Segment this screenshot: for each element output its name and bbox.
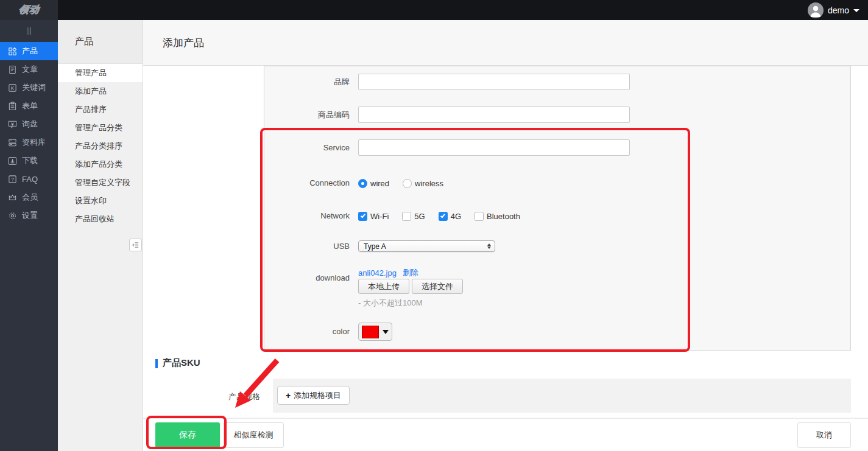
service-input[interactable] — [358, 139, 630, 156]
svg-text:?: ? — [11, 176, 14, 182]
sidebar-collapse-handle[interactable] — [0, 20, 58, 42]
secondary-sidebar: 产品 管理产品 添加产品 产品排序 管理产品分类 产品分类排序 添加产品分类 管… — [58, 20, 143, 451]
user-menu[interactable]: demo — [808, 0, 859, 20]
usb-select[interactable]: Type A — [358, 240, 495, 252]
inquiry-bubble-icon — [8, 120, 17, 129]
spec-label: 产品规格 — [183, 391, 260, 402]
download-label: download — [264, 273, 350, 283]
usb-select-value: Type A — [364, 242, 386, 251]
usb-row: USB Type A — [264, 240, 850, 253]
sidebar-item-settings[interactable]: 设置 — [0, 206, 58, 225]
member-crown-icon — [8, 193, 17, 202]
submenu-item-manage-categories[interactable]: 管理产品分类 — [58, 119, 143, 137]
settings-gear-icon — [8, 211, 17, 220]
usb-label: USB — [264, 240, 350, 252]
network-label: Network — [264, 208, 350, 225]
checkbox-unchecked-icon — [475, 212, 484, 221]
radio-wireless[interactable]: wireless — [403, 179, 443, 188]
submenu-item-manage-products[interactable]: 管理产品 — [58, 64, 143, 82]
add-spec-item-label: 添加规格项目 — [294, 390, 341, 401]
form-clipboard-icon — [8, 102, 17, 111]
sidebar-item-members[interactable]: 会员 — [0, 188, 58, 206]
logo-text: 领动 — [18, 4, 41, 16]
secondary-sidebar-title: 产品 — [58, 20, 143, 64]
radio-selected-icon — [358, 179, 367, 188]
network-row: Network Wi-Fi 5G 4G — [264, 208, 850, 225]
product-code-input[interactable] — [358, 107, 630, 123]
sidebar: 产品 文章 K 关键词 表单 询盘 — [0, 20, 58, 451]
checkbox-bluetooth[interactable]: Bluetooth — [475, 212, 520, 221]
sidebar-item-downloads[interactable]: 下载 — [0, 152, 58, 170]
submenu-collapse-button[interactable] — [129, 239, 142, 251]
app-root: 领动 demo 产品 文章 K 关键词 — [0, 0, 868, 451]
service-row: Service — [264, 139, 850, 156]
submenu-item-add-category[interactable]: 添加产品分类 — [58, 155, 143, 173]
user-name: demo — [828, 5, 849, 15]
faq-question-icon: ? — [8, 175, 17, 184]
service-label: Service — [264, 139, 350, 156]
section-accent-bar — [155, 359, 158, 368]
article-doc-icon — [8, 65, 17, 74]
radio-wired[interactable]: wired — [358, 179, 389, 188]
select-arrows-icon — [487, 243, 491, 249]
brand-input[interactable] — [358, 74, 630, 90]
download-row: download anli042.jpg 删除 本地上传 选择文件 - 大小不超… — [264, 267, 850, 313]
sidebar-item-keywords[interactable]: K 关键词 — [0, 79, 58, 97]
local-upload-button[interactable]: 本地上传 — [358, 279, 409, 294]
sku-section-title: 产品SKU — [163, 357, 200, 369]
cancel-button[interactable]: 取消 — [797, 422, 851, 448]
checkbox-5g[interactable]: 5G — [402, 212, 425, 221]
delete-file-link[interactable]: 删除 — [403, 267, 418, 278]
sidebar-item-inquiries[interactable]: 询盘 — [0, 115, 58, 133]
product-form-panel: 品牌 商品编码 Service Connection wired — [264, 66, 851, 351]
product-code-row: 商品编码 — [264, 107, 850, 124]
topbar: 领动 demo — [0, 0, 868, 20]
dropdown-caret-icon — [383, 330, 389, 334]
network-checkbox-group: Wi-Fi 5G 4G Bluetooth — [358, 212, 534, 221]
submenu-item-add-product[interactable]: 添加产品 — [58, 82, 143, 100]
file-size-hint: - 大小不超过100M — [358, 298, 422, 309]
checkbox-checked-icon — [358, 212, 367, 221]
brand-row: 品牌 — [264, 74, 850, 91]
submenu-item-product-sort[interactable]: 产品排序 — [58, 100, 143, 119]
avatar-icon — [808, 2, 824, 18]
color-label: color — [264, 323, 350, 341]
add-spec-item-button[interactable]: + 添加规格项目 — [277, 386, 350, 405]
uploaded-file-link[interactable]: anli042.jpg — [358, 268, 397, 278]
logo[interactable]: 领动 — [0, 0, 58, 20]
sidebar-item-forms[interactable]: 表单 — [0, 97, 58, 115]
download-box-icon — [8, 156, 17, 166]
page-title: 添加产品 — [143, 20, 868, 66]
sku-spec-panel — [273, 379, 851, 413]
sidebar-item-faq[interactable]: ? FAQ — [0, 170, 58, 188]
sidebar-item-products[interactable]: 产品 — [0, 42, 58, 60]
similarity-check-button[interactable]: 相似度检测 — [223, 422, 284, 448]
svg-text:K: K — [11, 85, 15, 91]
connection-label: Connection — [264, 175, 350, 192]
connection-radio-group: wired wireless — [358, 179, 457, 188]
checkbox-checked-icon — [439, 212, 448, 221]
sidebar-item-library[interactable]: 资料库 — [0, 133, 58, 152]
library-stack-icon — [8, 138, 17, 147]
checkbox-4g[interactable]: 4G — [439, 212, 461, 221]
submenu-item-watermark[interactable]: 设置水印 — [58, 192, 143, 210]
save-button[interactable]: 保存 — [155, 422, 220, 448]
submenu-item-category-sort[interactable]: 产品分类排序 — [58, 137, 143, 155]
brand-label: 品牌 — [264, 74, 350, 91]
product-code-label: 商品编码 — [264, 107, 350, 124]
connection-row: Connection wired wireless — [264, 175, 850, 192]
submenu-item-custom-fields[interactable]: 管理自定义字段 — [58, 173, 143, 192]
color-picker-button[interactable] — [358, 323, 392, 341]
sidebar-item-articles[interactable]: 文章 — [0, 60, 58, 79]
checkbox-wifi[interactable]: Wi-Fi — [358, 212, 389, 221]
plus-icon: + — [286, 391, 291, 400]
color-swatch — [362, 326, 379, 338]
checkbox-unchecked-icon — [402, 212, 411, 221]
content-area: 品牌 商品编码 Service Connection wired — [143, 66, 868, 451]
choose-file-button[interactable]: 选择文件 — [412, 279, 463, 294]
keyword-k-icon: K — [8, 83, 17, 93]
products-grid-icon — [8, 47, 17, 56]
submenu-item-recycle-bin[interactable]: 产品回收站 — [58, 210, 143, 228]
chevron-down-icon — [853, 9, 859, 12]
color-row: color — [264, 323, 850, 341]
